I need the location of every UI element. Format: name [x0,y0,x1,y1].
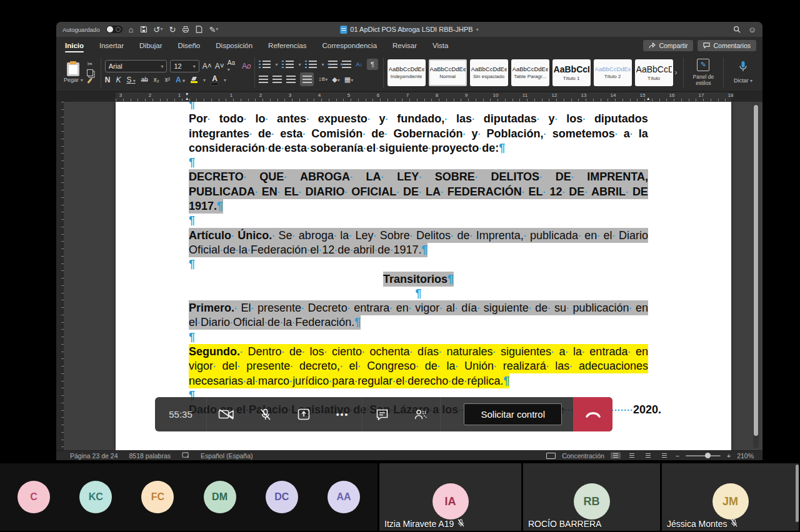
document-line[interactable]: vigor del presente decreto, el Congreso … [189,359,648,373]
participant-tile-jm[interactable]: JMJéssica Montes [662,463,799,531]
bold-button[interactable]: N [105,76,111,84]
borders-button[interactable]: ▦▾ [344,76,353,83]
page-indicator[interactable]: Página 23 de 24 [70,452,118,460]
camera-off-button[interactable] [207,397,246,431]
zoom-level[interactable]: 210% [737,452,754,460]
language-indicator[interactable]: Español (España) [201,452,252,460]
print-icon[interactable] [182,26,189,33]
zoom-out-button[interactable]: − [676,452,679,460]
tab-revisar[interactable]: Revisar [392,37,417,54]
smiley-icon[interactable]: ☺ [748,26,756,34]
align-left-button[interactable] [259,76,268,83]
style-card-table-paragr-[interactable]: AaBbCcDdEeTable Paragr... [511,59,549,86]
document-line[interactable]: ¶ [189,257,648,272]
font-name-select[interactable]: Arial▾ [105,60,168,72]
change-case-button[interactable]: Aa ▾ [228,60,239,72]
indent-marker-right[interactable]: ▲ [646,97,650,101]
draft-view-button[interactable] [659,452,669,459]
zoom-in-button[interactable]: + [727,452,731,460]
comments-button[interactable]: Comentarios [698,40,756,51]
scrollbar-thumb[interactable] [754,105,758,436]
document-line[interactable]: ¶ [189,214,648,228]
participant-avatar-aa[interactable]: AA [328,481,360,513]
tab-correspondencia[interactable]: Correspondencia [322,37,377,54]
draw-icon[interactable]: ✎▾ [209,26,218,34]
tab-disposición[interactable]: Disposición [216,37,252,54]
styles-pane-button[interactable]: ✎ Panel de estilos [688,59,720,86]
zoom-slider-knob[interactable] [705,453,711,458]
cut-icon[interactable]: ✂ [87,61,92,67]
web-layout-view-button[interactable] [627,452,637,459]
style-card-t-tulo[interactable]: AaBbCcDdEeTítulo [635,59,673,86]
document-line[interactable]: PUBLICADA EN EL DIARIO OFICIAL DE LA FED… [189,185,648,199]
bullets-button[interactable] [259,61,271,68]
copy-icon[interactable] [87,69,93,76]
font-size-select[interactable]: 12▾ [170,60,199,72]
participant-tile-rb[interactable]: RBROCÍO BARRERA [523,463,660,531]
document-line[interactable]: ¶ [189,155,648,170]
styles-gallery-more-icon[interactable]: › [675,68,678,77]
text-effects-button[interactable]: A ▾ [176,76,185,84]
style-card-t-tulo-2[interactable]: AaBbCcDdEeTítulo 2 [594,59,632,86]
format-painter-icon[interactable] [88,78,92,84]
document-line[interactable]: Artículo Único. Se abroga la Ley Sobre D… [189,229,648,243]
numbering-button[interactable] [282,61,294,68]
style-card-t-tulo-1[interactable]: AaBbCcDdEeTítulo 1 [552,59,591,86]
increase-indent-button[interactable] [342,61,351,68]
undo-icon[interactable]: ↺▾ [154,26,163,34]
participant-avatar-fc[interactable]: FC [141,481,174,513]
shading-button[interactable]: ◆▾ [332,76,339,83]
document-line[interactable]: Oficial de la Federación el 12 de abril … [189,243,648,257]
clear-formatting-button[interactable]: A𝑜 [242,62,251,70]
justify-button[interactable] [300,72,314,86]
italic-button[interactable]: K [116,76,121,84]
line-spacing-button[interactable]: ↕≡▾ [318,76,328,82]
tab-inicio[interactable]: Inicio [65,37,84,54]
document-line[interactable]: Segundo. Dentro de los ciento ochenta dí… [189,345,648,359]
zoom-slider[interactable] [686,455,721,456]
document-line[interactable]: Transitorios¶ [189,272,648,287]
document-line[interactable]: consideración de esta soberanía el sigui… [189,141,648,155]
grow-font-button[interactable]: A˄ [202,62,212,70]
request-control-button[interactable]: Solicitar control [464,403,562,425]
document-title[interactable]: 01 ApDict POS Abroga LSDI RBB-JHPB [350,26,472,33]
style-card-independiente[interactable]: AaBbCcDdEeIndependiente [388,59,426,86]
decrease-indent-button[interactable] [328,61,338,68]
align-center-button[interactable] [272,76,282,83]
participant-avatar-kc[interactable]: KC [79,481,112,513]
focus-mode-button[interactable]: Concentración [562,452,604,460]
participant-avatar-c[interactable]: C [18,481,50,513]
underline-button[interactable]: S ▾ [126,76,135,84]
more-options-button[interactable]: ••• [323,397,362,431]
tab-referencias[interactable]: Referencias [268,37,306,54]
multilevel-list-button[interactable] [305,61,317,68]
superscript-button[interactable]: x² [165,77,170,83]
dictate-button[interactable]: Dictar ▾ [728,61,759,84]
document-line[interactable]: Primero. El presente Decreto entrara en … [189,301,648,315]
share-button[interactable]: Compartir [643,40,693,51]
home-icon[interactable]: ⌂ [129,26,134,34]
horizontal-ruler[interactable]: 321123456789101112131415161718▼▲▲ [116,92,731,101]
vertical-ruler[interactable] [56,102,64,450]
search-icon[interactable] [733,26,741,33]
tab-vista[interactable]: Vista [432,37,448,54]
document-line[interactable]: DECRETO QUE ABROGA LA LEY SOBRE DELITOS … [189,170,648,184]
document-line[interactable]: ¶ [189,287,648,301]
chat-button[interactable] [362,397,401,431]
document-line[interactable]: integrantes de esta Comisión de Gobernac… [189,127,648,141]
outline-view-button[interactable] [643,452,653,459]
word-count[interactable]: 8518 palabras [129,452,171,460]
document-scrollbar[interactable] [753,104,759,448]
share-screen-button[interactable] [284,397,323,431]
document-line[interactable]: Por todo lo antes expuesto y fundado, la… [189,112,648,126]
document-line[interactable]: el Diario Oficial de la Federación.¶ [189,315,648,330]
participant-tile-ia[interactable]: IAItzia Miravete A19 [379,463,521,531]
indent-marker-hanging[interactable]: ▲ [185,97,189,101]
document-line[interactable]: ¶ [189,102,648,112]
mic-off-button[interactable] [246,397,284,431]
strip-scrollbar[interactable] [796,465,799,522]
font-color-button[interactable]: A [211,75,218,85]
autosave-toggle[interactable] [106,26,122,33]
redo-icon[interactable]: ↻ [169,26,176,34]
shrink-font-button[interactable]: A˅ [215,62,224,70]
